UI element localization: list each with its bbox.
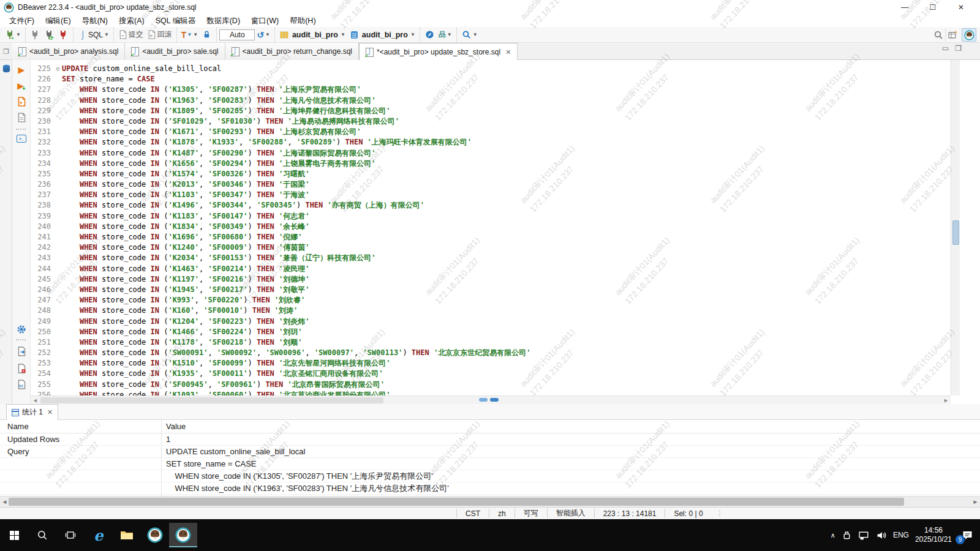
dbeaver-perspective-button[interactable]	[962, 28, 976, 42]
code-line[interactable]: 226SET store_name = CASE	[31, 74, 951, 84]
connect-button[interactable]	[28, 28, 42, 42]
disconnect-button[interactable]	[56, 28, 70, 42]
rollback-button[interactable]: 回滚	[145, 28, 174, 42]
editor-tab[interactable]: ⌡✓*<audit_bi_pro> update_sbz_store.sql✕	[359, 43, 518, 61]
export-resultset-icon[interactable]	[15, 345, 28, 358]
code-line[interactable]: 232 WHEN store_code IN ('K1878', 'K1933'…	[31, 137, 951, 148]
menu-item-搜索(A)[interactable]: 搜索(A)	[113, 16, 150, 26]
commit-mode-button[interactable]: 品 ▼	[437, 28, 454, 42]
status-item[interactable]: CST	[456, 509, 489, 518]
editor-tab[interactable]: ⌡✓<audit_bi_pro> sale.sql	[125, 43, 225, 60]
scrollbar-thumb[interactable]	[40, 397, 383, 403]
taskbar-search-button[interactable]	[28, 523, 56, 547]
open-perspective-icon[interactable]: +	[948, 30, 958, 40]
execute-script-icon[interactable]	[15, 96, 28, 108]
sash-collapse-down-button[interactable]	[490, 398, 499, 402]
volume-icon[interactable]	[876, 530, 887, 541]
language-indicator[interactable]: ENG	[893, 531, 909, 539]
dbeaver-taskbar-button[interactable]	[141, 523, 169, 547]
menu-item-文件(F)[interactable]: 文件(F)	[4, 16, 40, 26]
sql-terminal-icon[interactable]: >_	[15, 132, 28, 144]
code-line[interactable]: 238 WHEN store_code IN ('K1496', 'SF0034…	[31, 200, 951, 211]
close-icon[interactable]: ✕	[505, 48, 511, 56]
table-row[interactable]: Updated Rows1	[0, 433, 980, 446]
code-line[interactable]: 227 WHEN store_code IN ('K1305', 'SF0028…	[31, 84, 951, 95]
window-maximize-button[interactable]: ☐	[919, 0, 947, 15]
editor-vertical-scrollbar[interactable]	[951, 60, 960, 395]
lock-button[interactable]	[200, 28, 214, 42]
database-select[interactable]: audit_bi_pro ▼	[277, 28, 347, 42]
window-minimize-button[interactable]: —	[891, 0, 919, 15]
minimize-view-icon[interactable]: ▭	[942, 44, 949, 53]
code-line[interactable]: 237 WHEN store_code IN ('K1103', 'SF0034…	[31, 190, 951, 200]
menu-item-帮助(H)[interactable]: 帮助(H)	[284, 16, 321, 26]
dbeaver-taskbar-button-active[interactable]	[169, 523, 197, 547]
table-row[interactable]: SET store_name = CASE	[0, 458, 980, 470]
code-line[interactable]: 245 WHEN store_code IN ('K1197', 'SF0021…	[31, 274, 951, 285]
tray-expand-icon[interactable]: ∧	[831, 531, 835, 539]
table-row[interactable]: WHEN store_code IN ('K1305', 'SF00287') …	[0, 470, 980, 482]
code-line[interactable]: 235 WHEN store_code IN ('K1574', 'SF0032…	[31, 169, 951, 179]
scroll-right-arrow[interactable]: ►	[971, 498, 979, 506]
schema-select[interactable]: audit_bi_pro ▼	[347, 28, 417, 42]
script-source-icon[interactable]: (x)	[15, 378, 28, 391]
code-line[interactable]: 247 WHEN store_code IN ('K993', 'SF00220…	[31, 295, 951, 305]
file-explorer-button[interactable]	[113, 523, 141, 547]
sash-collapse-up-button[interactable]	[479, 398, 488, 402]
action-center-button[interactable]: 9	[958, 526, 976, 544]
sql-editor[interactable]: 225⊖UPDATE custom_online_sale_bill_local…	[31, 60, 951, 395]
code-line[interactable]: 252 WHEN store_code IN ('SW00091', 'SW00…	[31, 348, 951, 358]
editor-tab[interactable]: ⌡✓<audit_bi_pro> return_change.sql	[225, 43, 359, 60]
settings-gear-icon[interactable]	[15, 323, 28, 335]
task-view-button[interactable]	[56, 523, 85, 547]
new-connection-button[interactable]: + ▼	[2, 28, 23, 42]
code-line[interactable]: 225⊖UPDATE custom_online_sale_bill_local	[31, 64, 951, 74]
code-line[interactable]: 250 WHEN store_code IN ('K1466', 'SF0022…	[31, 327, 951, 337]
column-header-value[interactable]: Value	[161, 422, 186, 431]
code-line[interactable]: 251 WHEN store_code IN ('K1178', 'SF0021…	[31, 337, 951, 348]
code-line[interactable]: 230 WHEN store_code IN ('SF01029', 'SF01…	[31, 116, 951, 127]
code-line[interactable]: 248 WHEN store_code IN ('K160', 'SF00010…	[31, 305, 951, 316]
code-line[interactable]: 243 WHEN store_code IN ('K2034', 'SF0015…	[31, 253, 951, 263]
autocommit-select[interactable]: Auto	[219, 29, 255, 40]
code-line[interactable]: 241 WHEN store_code IN ('K1696', 'SF0068…	[31, 232, 951, 242]
execute-new-tab-icon[interactable]: ▶+	[15, 80, 28, 92]
code-line[interactable]: 236 WHEN store_code IN ('K2013', 'SF0034…	[31, 179, 951, 190]
close-icon[interactable]: ✕	[47, 408, 53, 416]
reconnect-button[interactable]: ⟳	[42, 28, 56, 42]
navigator-sync-button[interactable]	[423, 28, 437, 42]
status-item[interactable]: Sel: 0 | 0	[665, 509, 711, 518]
window-close-button[interactable]: ✕	[947, 0, 975, 15]
start-button[interactable]	[0, 523, 28, 547]
menu-item-编辑(E)[interactable]: 编辑(E)	[40, 16, 77, 26]
scroll-left-arrow[interactable]: ◄	[1, 498, 9, 506]
status-item[interactable]: 223 : 13 : 14181	[594, 509, 665, 518]
code-line[interactable]: 246 WHEN store_code IN ('K1945', 'SF0021…	[31, 285, 951, 295]
quick-search-icon[interactable]	[933, 30, 943, 40]
validate-doc-icon[interactable]: !	[15, 362, 28, 375]
usb-device-icon[interactable]	[842, 530, 852, 541]
transaction-filter-button[interactable]: T ▼ ▼	[179, 28, 200, 42]
menu-item-导航(N)[interactable]: 导航(N)	[77, 16, 113, 26]
code-line[interactable]: 244 WHEN store_code IN ('K1463', 'SF0021…	[31, 264, 951, 274]
search-button[interactable]: ▼	[459, 28, 480, 42]
code-line[interactable]: 256 WHEN store_code IN ('K1093', 'SF0006…	[31, 390, 951, 395]
table-row[interactable]: WHEN store_code IN ('K1963', 'SF00283') …	[0, 482, 980, 495]
explain-plan-icon[interactable]	[15, 111, 28, 124]
commit-button[interactable]: 提交	[116, 28, 145, 42]
table-row[interactable]: QueryUPDATE custom_online_sale_bill_loca…	[0, 446, 980, 458]
code-line[interactable]: 240 WHEN store_code IN ('K1834', 'SF0034…	[31, 222, 951, 232]
code-line[interactable]: 249 WHEN store_code IN ('K1204', 'SF0022…	[31, 317, 951, 327]
code-line[interactable]: 242 WHEN store_code IN ('K1240', 'SF0000…	[31, 242, 951, 253]
code-line[interactable]: 229 WHEN store_code IN ('K1809', 'SF0028…	[31, 106, 951, 116]
scrollbar-thumb[interactable]	[952, 220, 959, 245]
status-item[interactable]: 可写	[514, 509, 547, 518]
scroll-left-arrow[interactable]: ◄	[31, 397, 39, 404]
fold-collapse-icon[interactable]: ⊖	[54, 64, 62, 74]
database-navigator-icon[interactable]	[0, 62, 13, 75]
restore-panel-icon[interactable]: ❐	[0, 43, 12, 60]
column-header-name[interactable]: Name	[0, 422, 161, 431]
maximize-view-icon[interactable]: ❐	[955, 44, 962, 53]
internet-explorer-button[interactable]: e	[85, 523, 113, 547]
column-divider[interactable]	[161, 420, 162, 496]
